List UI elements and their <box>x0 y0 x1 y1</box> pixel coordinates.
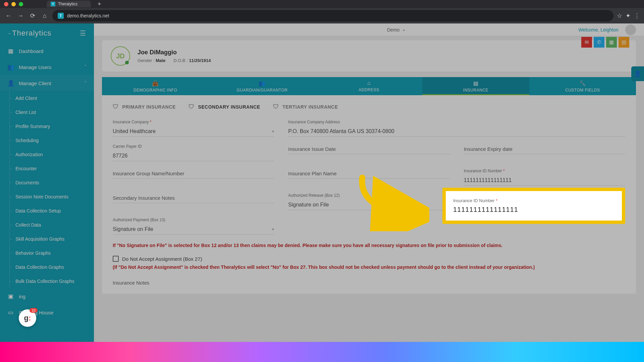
mail-icon[interactable]: ✉ <box>581 37 592 48</box>
address-bar[interactable]: T demo.theralytics.net <box>52 10 613 21</box>
user-avatar[interactable] <box>625 24 636 35</box>
sidebar-item-clearing-house[interactable]: ▭ Clearing House <box>0 304 94 320</box>
topbar: Demo ▾ Welcome, Leighton <box>94 23 644 36</box>
calendar-icon: ▣ <box>7 293 14 300</box>
sidebar-sub-collect-data[interactable]: Collect Data <box>0 218 94 232</box>
tab-guardian-guarantor[interactable]: 👥 GUARDIAN/GUARANTOR <box>209 77 315 95</box>
bookmark-icon[interactable]: ☆ <box>617 12 622 19</box>
close-window-icon[interactable] <box>4 2 8 6</box>
welcome-text: Welcome, Leighton <box>578 27 619 33</box>
floating-help-widget[interactable]: g: 10 <box>19 309 36 327</box>
highlight-value: 1111111111111111 <box>453 206 614 214</box>
reload-button[interactable]: ⟳ <box>28 11 37 20</box>
sidebar-item-dashboard[interactable]: ▦ Dashboard <box>0 43 94 59</box>
sidebar-sub-data-collection-graphs[interactable]: Data Collection Graphs <box>0 260 94 274</box>
maximize-window-icon[interactable] <box>19 2 23 6</box>
browser-tab[interactable]: T Theralytics <box>47 1 91 7</box>
home-button[interactable]: ⌂ <box>40 11 49 20</box>
tab-title: Theralytics <box>58 2 77 6</box>
grid-icon[interactable]: ▦ <box>606 37 617 48</box>
sidebar-sub-add-client[interactable]: Add Client <box>0 91 94 105</box>
sidebar-sub-encounter[interactable]: Encounter <box>0 162 94 176</box>
tab-demographic-info[interactable]: 👜 DEMOGRAPHIC INFO <box>102 77 209 95</box>
signature-warning: If "No Signature on File" is selected fo… <box>113 242 625 249</box>
brand-logo: ⌢ Theralytics <box>8 29 51 38</box>
browser-menu-icon[interactable]: ⋮ <box>634 12 640 19</box>
sidebar-item-label: ing <box>19 294 87 299</box>
field-insurance-company[interactable]: Insurance Company * United Healthcare▾ <box>113 120 274 137</box>
sidebar-collapse-icon[interactable]: ☰ <box>80 29 86 37</box>
chevron-down-icon: ▾ <box>272 227 274 232</box>
client-info: Joe DiMaggio Gender : Male D.O.B : 11/25… <box>138 49 211 63</box>
tab-address[interactable]: ⌂ ADDRESS <box>316 77 422 95</box>
sidebar-sub-behavior-graphs[interactable]: Behavior Graphs <box>0 246 94 260</box>
users-icon: 👥 <box>7 64 14 70</box>
highlight-insurance-id: Insurance ID Number * 1111111111111111 <box>442 188 625 224</box>
sidebar-item-billing-partial[interactable]: ▣ ing <box>0 288 94 304</box>
checkbox-icon[interactable] <box>113 256 119 262</box>
sidebar-item-label: Manage Client <box>19 80 79 86</box>
org-selector[interactable]: Demo ▾ <box>387 27 405 33</box>
dashboard-icon: ▦ <box>7 48 14 54</box>
site-favicon-icon: T <box>58 13 64 19</box>
sidebar-sub-client-list[interactable]: Client List <box>0 105 94 119</box>
client-header-card: JD Joe DiMaggio Gender : Male D.O.B : 11… <box>102 40 636 72</box>
field-expiry-date[interactable]: Insurance Expiry date <box>464 144 625 161</box>
wrench-icon: 🔧 <box>579 80 586 86</box>
client-name: Joe DiMaggio <box>138 49 211 56</box>
main-content: Demo ▾ Welcome, Leighton JD Joe DiMaggio… <box>94 23 644 342</box>
chevron-down-icon: ˅ <box>84 64 87 70</box>
client-action-icons: ✉ ✆ ▦ ▤ <box>581 37 629 48</box>
client-icon: 👤 <box>7 80 14 86</box>
minimize-window-icon[interactable] <box>11 2 16 6</box>
client-avatar: JD <box>111 46 130 66</box>
do-not-accept-assignment-row[interactable]: Do Not Accept Assignment (Box 27) <box>113 256 625 262</box>
browser-toolbar: ← → ⟳ ⌂ T demo.theralytics.net ☆ ✦ ⋮ <box>0 8 644 23</box>
field-company-address[interactable]: Insurance Company Address P.O. Box 74080… <box>288 120 625 137</box>
calendar-icon[interactable]: ▤ <box>619 37 629 48</box>
document-icon: ▤ <box>473 80 479 86</box>
field-authorized-release[interactable]: Authorized Release (Box 12) Signature on… <box>288 193 449 210</box>
logo-swoosh-icon: ⌢ <box>8 31 11 36</box>
field-insurance-id-number[interactable]: Insurance ID Number * 1111111111111111 <box>464 169 625 186</box>
client-meta: Gender : Male D.O.B : 11/25/1914 <box>138 58 211 63</box>
sidebar-item-label: Dashboard <box>19 48 87 54</box>
sidebar-sub-documents[interactable]: Documents <box>0 176 94 190</box>
sidebar-sub-session-note-documents[interactable]: Session Note Documents <box>0 190 94 204</box>
shield-icon: 🛡 <box>273 103 279 110</box>
sidebar-item-manage-client[interactable]: 👤 Manage Client ˄ <box>0 75 94 91</box>
extensions-icon[interactable]: ✦ <box>626 12 631 19</box>
forward-button[interactable]: → <box>16 11 25 20</box>
ins-tab-tertiary[interactable]: 🛡 TERTIARY INSURANCE <box>273 103 338 110</box>
sidebar-sub-authorization[interactable]: Authorization <box>0 147 94 162</box>
sidebar-sub-bulk-data-collection-graphs[interactable]: Bulk Data Collection Graphs <box>0 274 94 288</box>
sidebar-item-manage-users[interactable]: 👥 Manage Users ˅ <box>0 59 94 75</box>
tab-insurance[interactable]: ▤ INSURANCE <box>422 77 529 95</box>
sidebar-item-label: Manage Users <box>19 64 79 70</box>
insurance-notes-label: Insurance Notes <box>113 280 625 286</box>
sidebar-sub-scheduling[interactable]: Scheduling <box>0 133 94 147</box>
chevron-up-icon: ˄ <box>84 80 87 86</box>
sidebar-sub-profile-summary[interactable]: Profile Summary <box>0 119 94 133</box>
field-group-name[interactable]: Insurance Group Name/Number <box>113 169 274 186</box>
new-tab-button[interactable]: + <box>98 1 101 8</box>
ins-tab-secondary[interactable]: 🛡 SECONDARY INSURANCE <box>189 103 260 110</box>
phone-icon[interactable]: ✆ <box>594 37 604 48</box>
ins-tab-primary[interactable]: 🛡 PRIMARY INSURANCE <box>113 103 176 110</box>
window-controls <box>4 2 23 6</box>
client-tabs: 👜 DEMOGRAPHIC INFO 👥 GUARDIAN/GUARANTOR … <box>102 77 636 95</box>
back-button[interactable]: ← <box>4 11 13 20</box>
field-carrier-payer-id[interactable]: Carrier Payer ID 87726 <box>113 144 274 161</box>
field-plan-name[interactable]: Insurance Plan Name <box>288 169 449 186</box>
sidebar-sub-skill-acquisition-graphs[interactable]: Skill Acquisition Graphs <box>0 232 94 246</box>
field-issue-date[interactable]: Insurance Issue Date <box>288 144 449 161</box>
app-viewport: ⌢ Theralytics ☰ ▦ Dashboard 👥 Manage Use… <box>0 23 644 342</box>
floating-user-button[interactable]: 👤 <box>631 66 644 81</box>
browser-tab-strip: T Theralytics + <box>0 0 644 8</box>
field-secondary-notes[interactable]: Secondary Insurance Notes <box>113 193 274 210</box>
gradient-footer <box>0 342 644 362</box>
card-icon: ▭ <box>7 309 14 316</box>
tab-custom-fields[interactable]: 🔧 CUSTOM FIELDS <box>529 77 636 95</box>
field-authorized-payment[interactable]: Authorized Payment (Box 13) Signature on… <box>113 218 274 235</box>
sidebar-sub-data-collection-setup[interactable]: Data Collection Setup <box>0 204 94 218</box>
